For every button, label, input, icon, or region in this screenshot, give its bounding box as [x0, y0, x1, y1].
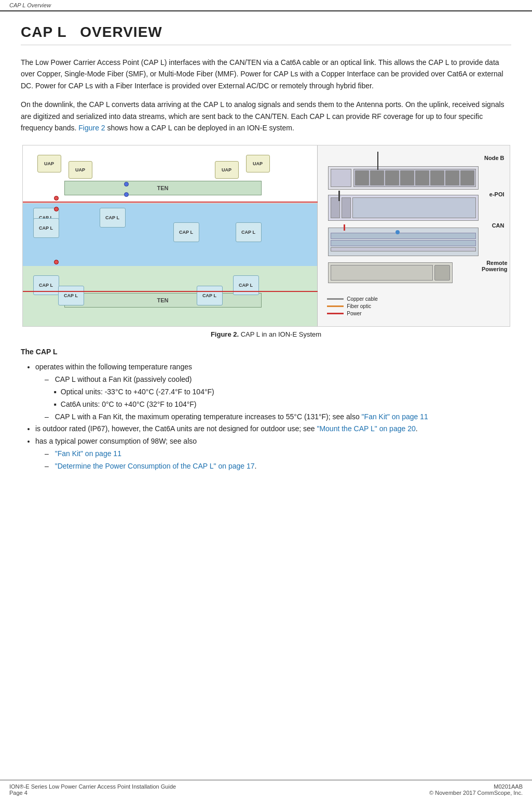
cap-l-box-5: CAP L: [236, 222, 262, 242]
sub-sub-item-1: Optical units: -33°C to +40°C (-27.4°F t…: [54, 386, 511, 398]
legend-copper: Copper cable: [327, 296, 377, 302]
sub-list-3: "Fan Kit" on page 11 "Determine the Powe…: [45, 448, 511, 473]
cap-l-box-6: CAP L: [33, 275, 59, 295]
node-b-label: Node B: [484, 155, 504, 161]
bullet-3: has a typical power consumption of 98W; …: [35, 435, 511, 472]
remote-powering-device: [328, 262, 453, 283]
uap-box-3: UAP: [246, 155, 270, 172]
figure2-link[interactable]: Figure 2: [78, 124, 105, 132]
connector-dot-2: [54, 207, 59, 211]
cap-l-box-2: CAP L: [33, 218, 59, 238]
page-content: CAP L OVERVIEW The Low Power Carrier Acc…: [0, 11, 532, 509]
connector-dot-1: [54, 196, 59, 201]
sub-item-3-1: "Fan Kit" on page 11: [45, 448, 511, 460]
cap-l-box-3: CAP L: [100, 208, 126, 228]
fan-kit-link-2[interactable]: "Fan Kit" on page 11: [55, 449, 121, 458]
connector-dot-3: [54, 260, 59, 264]
sub-item-1-2: CAP L with a Fan Kit, the maximum operat…: [45, 411, 511, 423]
chapter-title: CAP L OVERVIEW: [21, 24, 511, 45]
footer-left-line1: ION®-E Series Low Power Carrier Access P…: [9, 783, 176, 790]
epoi-label: e-POI: [489, 191, 504, 197]
figure-right-panel: Node B e-POI: [318, 145, 509, 327]
blue-dot-2: [124, 192, 129, 197]
sub-sub-item-2: Cat6A units: 0°C to +40°C (32°F to 104°F…: [54, 398, 511, 411]
remote-powering-label: RemotePowering: [482, 260, 508, 272]
conn-dot-can: [344, 224, 345, 231]
blue-dot-1: [124, 182, 129, 187]
footer-right: M0201AAB © November 2017 CommScope, Inc.: [429, 783, 523, 796]
vertical-line-nodeb: [377, 152, 378, 170]
bullet-1: operates within the following temperatur…: [35, 361, 511, 423]
mount-cap-l-link[interactable]: "Mount the CAP L" on page 20: [317, 424, 415, 433]
cap-l-box-7: CAP L: [58, 286, 84, 305]
legend-fiber-line: [327, 305, 344, 307]
node-b-device: [328, 166, 479, 190]
legend-copper-line: [327, 298, 344, 300]
sub-item-1-1: CAP L without a Fan Kit (passively coole…: [45, 374, 511, 410]
legend-power: Power: [327, 311, 377, 316]
conn-line-epoi: [338, 191, 340, 201]
ten-bar-top: TEN: [64, 181, 262, 195]
fan-kit-link-1[interactable]: "Fan Kit" on page 11: [362, 412, 428, 421]
bullet-section: The CAP L operates within the following …: [21, 348, 511, 472]
footer-left: ION®-E Series Low Power Carrier Access P…: [9, 783, 176, 796]
power-consumption-link[interactable]: "Determine the Power Consumption of the …: [55, 462, 255, 470]
legend: Copper cable Fiber optic Power: [327, 296, 377, 318]
footer-right-line1: M0201AAB: [429, 783, 523, 790]
sub-sub-list-1: Optical units: -33°C to +40°C (-27.4°F t…: [54, 386, 511, 411]
footer-right-line2: © November 2017 CommScope, Inc.: [429, 790, 523, 796]
epoi-device: [328, 195, 479, 221]
figure-image: TEN TEN UAP UAP UAP UAP CAP L CAP L CAP …: [22, 145, 510, 327]
bullet-2: is outdoor rated (IP67), however, the Ca…: [35, 423, 511, 435]
intro-para2: On the downlink, the CAP L converts data…: [21, 99, 511, 134]
legend-power-line: [327, 313, 344, 314]
footer-left-line2: Page 4: [9, 790, 176, 796]
figure-caption-text: CAP L in an ION-E System: [239, 330, 321, 338]
cap-l-box-8: CAP L: [233, 275, 259, 295]
figure-container: TEN TEN UAP UAP UAP UAP CAP L CAP L CAP …: [21, 145, 511, 338]
uap-box-1: UAP: [37, 155, 61, 172]
red-line-bottom: [23, 291, 319, 292]
page-header: CAP L Overview: [0, 0, 532, 11]
sub-list-1: CAP L without a Fan Kit (passively coole…: [45, 374, 511, 423]
cap-l-box-4: CAP L: [173, 222, 199, 242]
uap-box-2: UAP: [69, 161, 92, 179]
sub-item-3-2: "Determine the Power Consumption of the …: [45, 460, 511, 473]
figure-caption-bold: Figure 2.: [211, 330, 239, 338]
figure-left-panel: TEN TEN UAP UAP UAP UAP CAP L CAP L CAP …: [23, 145, 318, 327]
figure-caption: Figure 2. CAP L in an ION-E System: [211, 330, 321, 338]
main-bullet-list: operates within the following temperatur…: [35, 361, 511, 472]
uap-box-4: UAP: [215, 161, 239, 179]
cap-l-box-9: CAP L: [197, 286, 223, 305]
red-line-top: [23, 202, 319, 203]
legend-fiber: Fiber optic: [327, 303, 377, 309]
page-footer: ION®-E Series Low Power Carrier Access P…: [0, 780, 532, 799]
intro-para1: The Low Power Carrier Access Point (CAP …: [21, 57, 511, 91]
can-label: CAN: [492, 222, 504, 229]
the-cap-l-heading: The CAP L: [21, 348, 511, 356]
header-title: CAP L Overview: [9, 2, 51, 8]
ten-bar-bottom: TEN: [64, 293, 262, 308]
fig-mid-zone: [23, 204, 318, 266]
can-device: [328, 228, 479, 256]
